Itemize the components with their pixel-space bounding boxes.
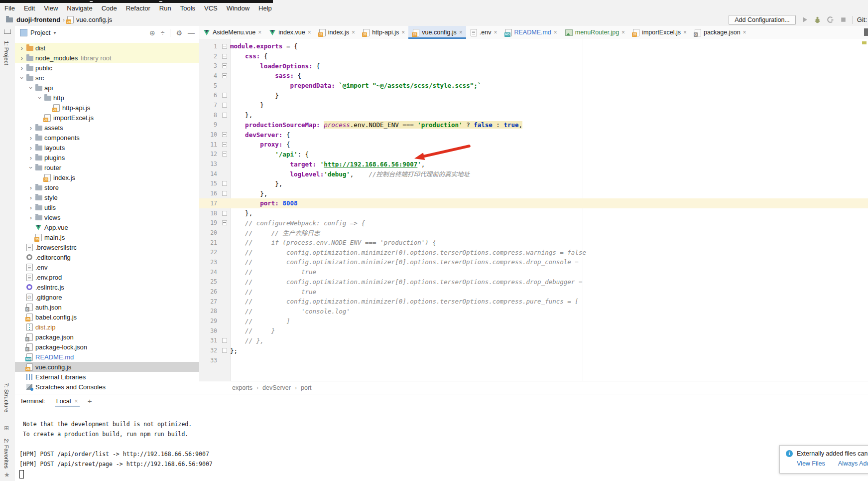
tree-item-style[interactable]: ›style [15,192,199,202]
menu-navigate[interactable]: Navigate [62,4,97,12]
chevron-right-icon[interactable]: › [17,65,26,71]
tab-bar-overflow-icon[interactable] [864,28,868,36]
tab-menuRouter.jpg[interactable]: menuRouter.jpg× [561,26,628,39]
line-number[interactable]: 22 [199,249,219,256]
menu-view[interactable]: View [39,4,62,12]
close-icon[interactable]: × [258,29,261,36]
tree-item-package.json[interactable]: {}package.json [15,332,199,342]
line-number[interactable]: 31 [199,337,219,344]
chevron-right-icon[interactable]: › [26,194,35,201]
line-number[interactable]: 25 [199,278,219,285]
fold-close-icon[interactable] [219,211,230,216]
chevron-right-icon[interactable]: › [26,145,35,151]
tab-index.vue[interactable]: index.vue× [265,26,315,39]
tab-AsideMenu.vue[interactable]: AsideMenu.vue× [199,26,265,39]
menu-refactor[interactable]: Refactor [122,4,155,12]
line-number[interactable]: 6 [199,92,219,99]
chevron-down-icon[interactable]: › [35,95,44,101]
code-link[interactable]: http://192.168.66.56:9007 [324,160,417,168]
menu-vcs[interactable]: VCS [200,4,222,12]
terminal-link[interactable]: http://192.168.66.56:9007 [123,451,209,458]
tab-importExcel.js[interactable]: JSimportExcel.js× [628,26,690,39]
tree-item-http[interactable]: ›http [15,93,199,103]
line-number[interactable]: 29 [199,318,219,324]
tree-item-layouts[interactable]: ›layouts [15,143,199,153]
line-number[interactable]: 23 [199,259,219,266]
tree-item-.editorconfig[interactable]: .editorconfig [15,252,199,262]
tree-item-.eslintrc.js[interactable]: .eslintrc.js [15,282,199,292]
line-number[interactable]: 19 [199,219,219,226]
tree-item-src[interactable]: ›src [15,73,199,83]
tree-item-assets[interactable]: ›assets [15,123,199,133]
line-number[interactable]: 30 [199,327,219,334]
fold-close-icon[interactable] [219,181,230,186]
chevron-right-icon[interactable]: › [26,125,35,131]
chevron-right-icon[interactable]: › [26,204,35,211]
line-number[interactable]: 24 [199,269,219,276]
line-number[interactable]: 1 [199,43,219,50]
run-icon[interactable] [800,15,809,24]
menu-run[interactable]: Run [155,4,176,12]
fold-close-icon[interactable] [219,348,230,353]
tree-item-public[interactable]: ›public [15,63,199,73]
close-icon[interactable]: × [494,29,497,36]
close-icon[interactable]: × [401,29,405,36]
tree-item-dist[interactable]: ›dist [15,43,199,53]
gear-icon[interactable]: ⚙ [176,29,182,37]
line-number[interactable]: 2 [199,53,219,60]
fold-open-icon[interactable] [219,44,230,49]
locate-file-icon[interactable]: ⊕ [149,29,155,37]
terminal-output[interactable]: Note that the development build is not o… [19,419,868,479]
close-icon[interactable]: × [683,29,687,36]
line-number[interactable]: 21 [199,239,219,246]
tab-http-api.js[interactable]: JShttp-api.js× [359,26,408,39]
line-number[interactable]: 10 [199,131,219,138]
breadcrumb-project[interactable]: duoji-frontend [16,16,60,23]
menu-help[interactable]: Help [254,4,276,12]
debug-icon[interactable] [813,15,822,24]
line-number[interactable]: 20 [199,229,219,236]
tree-item-plugins[interactable]: ›plugins [15,153,199,162]
tree-item-router[interactable]: ›router [15,162,199,172]
tree-item-External Libraries[interactable]: External Libraries [15,372,199,382]
chevron-down-icon[interactable]: › [26,85,35,91]
chevron-right-icon[interactable]: › [26,184,35,191]
menu-code[interactable]: Code [97,4,122,12]
menu-edit[interactable]: Edit [19,4,39,12]
tree-item-vue.config.js[interactable]: JSvue.config.js [15,362,199,372]
line-number[interactable]: 32 [199,347,219,354]
tool-window-pin-icon[interactable] [4,29,11,34]
chevron-down-icon[interactable]: › [17,75,26,81]
add-configuration-button[interactable]: Add Configuration... [729,15,796,25]
terminal-cursor[interactable] [19,470,24,479]
tree-item-components[interactable]: ›components [15,133,199,143]
line-number[interactable]: 14 [199,170,219,177]
tree-item-App.vue[interactable]: App.vue [15,222,199,232]
tree-item-package-lock.json[interactable]: {}package-lock.json [15,342,199,352]
collapse-all-icon[interactable]: ÷ [161,29,165,37]
tool-button-structure[interactable]: 7: Structure [3,383,9,412]
close-icon[interactable]: × [459,29,463,36]
line-number[interactable]: 12 [199,151,219,158]
line-number[interactable]: 5 [199,82,219,89]
tree-item-README.md[interactable]: MDREADME.md [15,352,199,362]
run-with-coverage-icon[interactable] [826,15,835,24]
line-number[interactable]: 3 [199,62,219,69]
git-branch-label[interactable]: Git: [857,16,867,23]
tab-.env[interactable]: .env× [466,26,501,39]
tool-button-favorites[interactable]: 2: Favorites [3,439,9,469]
terminal-link[interactable]: http://192.168.66.56:9007 [126,461,213,468]
tree-item-.env.prod[interactable]: .env.prod [15,272,199,282]
view-files-link[interactable]: View Files [797,460,825,467]
line-number[interactable]: 33 [199,357,219,364]
line-number[interactable]: 8 [199,112,219,119]
tree-item-.env[interactable]: .env [15,262,199,272]
fold-close-icon[interactable] [219,338,230,343]
chevron-down-icon[interactable]: › [26,164,35,171]
chevron-down-icon[interactable]: ▾ [53,30,56,35]
breadcrumb-file[interactable]: JS vue.config.js [67,16,112,23]
fold-close-icon[interactable] [219,113,230,118]
line-number[interactable]: 17 [199,200,219,207]
terminal-tab-local[interactable]: Local × [54,394,80,408]
line-number[interactable]: 13 [199,160,219,167]
